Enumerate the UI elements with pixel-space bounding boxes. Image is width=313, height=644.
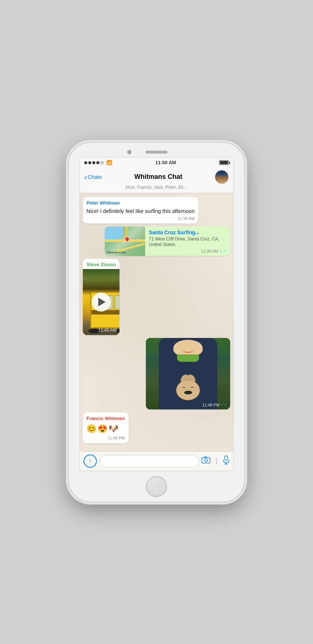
camera-icon: [202, 456, 210, 464]
battery-icon: [219, 160, 229, 165]
message-row-4: 11:48 PM ✓✓: [83, 338, 230, 409]
photo-check-icon: ✓✓: [221, 402, 227, 407]
phone-bottom: [146, 471, 167, 502]
signal-dot-5: [100, 161, 103, 164]
avatar-image: [215, 170, 228, 184]
more-options-button[interactable]: ⋮: [213, 457, 220, 465]
location-time: 11:39 AM ✓✓: [149, 249, 227, 254]
bubble-1: Peter Whitman Nice! I definitely feel li…: [83, 197, 198, 224]
arrow-up-icon: ↑: [89, 457, 92, 465]
battery-fill: [220, 161, 228, 164]
signal-dot-1: [84, 161, 87, 164]
video-sender: Steve Zissou: [83, 259, 119, 269]
play-button[interactable]: [92, 292, 111, 312]
message-row-3: Steve Zissou: [83, 259, 230, 335]
play-triangle-icon: [98, 298, 106, 306]
signal-dot-4: [96, 161, 99, 164]
msg-text-1: Nice! I definitely feel like surfing thi…: [86, 207, 195, 215]
location-title: Santa Cruz Surfing...: [149, 229, 227, 235]
video-time-overlay: 11:45 AM: [98, 328, 117, 333]
message-row-1: Peter Whitman Nice! I definitely feel li…: [83, 197, 230, 224]
chat-subtitle: Alice, Francis, Jack, Peter, Eli,...: [84, 185, 229, 190]
video-thumbnail: 11:45 AM: [83, 269, 119, 335]
phone-screen: 📶 11:50 AM ‹ Chats Whitmans Chat: [80, 157, 233, 471]
front-camera: [127, 150, 132, 154]
wifi-icon: 📶: [106, 160, 112, 165]
map-label: Steamer Lane: [107, 251, 126, 254]
photo-time-text: 11:48 PM: [202, 403, 220, 407]
chat-title: Whitmans Chat: [102, 173, 215, 181]
photo-time-overlay: 11:48 PM ✓✓: [202, 402, 227, 407]
message-row-5: Francis Whitman 😊😍🐶 11:49 PM: [83, 412, 230, 443]
nav-bar: ‹ Chats Whitmans Chat Alice, Francis, Ja…: [80, 168, 233, 193]
chevron-left-icon: ‹: [84, 173, 87, 181]
location-info: Santa Cruz Surfing... 71 West Cliff Driv…: [145, 227, 230, 256]
speaker: [146, 151, 167, 154]
svg-rect-2: [205, 457, 206, 458]
svg-rect-3: [225, 456, 228, 461]
status-bar: 📶 11:50 AM: [80, 158, 233, 168]
msg-time-1: 11:38 AM: [86, 216, 195, 221]
double-check-icon: ✓✓: [219, 249, 227, 254]
person-collar: [177, 354, 199, 362]
tram-lower: [91, 314, 119, 318]
person-face: [173, 340, 203, 356]
input-bar: ↑ ⋮: [80, 451, 233, 471]
dog-eye-left: [182, 386, 186, 388]
sender-name-5: Francis Whitman: [86, 415, 125, 422]
photo-image: 11:48 PM ✓✓: [146, 338, 230, 409]
dog-nose: [184, 391, 192, 394]
tram-window-2: [115, 295, 120, 309]
svg-point-1: [205, 459, 207, 462]
bubble-5: Francis Whitman 😊😍🐶 11:49 PM: [83, 412, 129, 443]
message-row-2: Steamer Lane Santa Cruz Surfing... 71 We…: [83, 227, 230, 256]
tram-door-area: [91, 318, 119, 328]
tram-stripe: [91, 310, 119, 314]
nav-top-row: ‹ Chats Whitmans Chat: [84, 170, 229, 184]
dog-face: [176, 380, 200, 400]
microphone-button[interactable]: [223, 456, 229, 466]
chat-area[interactable]: Peter Whitman Nice! I definitely feel li…: [80, 193, 233, 451]
location-address: 71 West Cliff Drive, Santa Cruz, CA, Uni…: [149, 236, 227, 248]
sender-name-1: Peter Whitman: [86, 200, 195, 206]
mic-icon: [223, 456, 229, 464]
share-button[interactable]: ↑: [84, 455, 97, 468]
phone-frame: 📶 11:50 AM ‹ Chats Whitmans Chat: [69, 143, 244, 502]
signal-dot-3: [92, 161, 95, 164]
location-bubble[interactable]: Steamer Lane Santa Cruz Surfing... 71 We…: [105, 227, 230, 256]
home-button[interactable]: [146, 476, 167, 497]
emoji-text-5: 😊😍🐶: [86, 423, 125, 435]
signal-dot-2: [88, 161, 91, 164]
svg-rect-0: [202, 457, 210, 463]
dog-eye-right: [191, 386, 194, 388]
status-time: 11:50 AM: [155, 160, 176, 165]
photo-bubble[interactable]: 11:48 PM ✓✓: [146, 338, 230, 409]
message-input[interactable]: [100, 455, 199, 467]
person-mouth: [183, 349, 194, 353]
location-map: Steamer Lane: [105, 227, 145, 256]
back-button[interactable]: ‹ Chats: [84, 173, 102, 181]
group-avatar[interactable]: [215, 170, 229, 184]
video-bubble[interactable]: Steve Zissou: [83, 259, 119, 335]
signal-indicator: 📶: [84, 160, 112, 165]
camera-button[interactable]: [202, 456, 210, 466]
msg-time-5: 11:49 PM: [86, 435, 125, 441]
back-label: Chats: [88, 174, 102, 180]
sender-name-3: Steve Zissou: [86, 262, 116, 267]
map-water: [105, 227, 123, 239]
